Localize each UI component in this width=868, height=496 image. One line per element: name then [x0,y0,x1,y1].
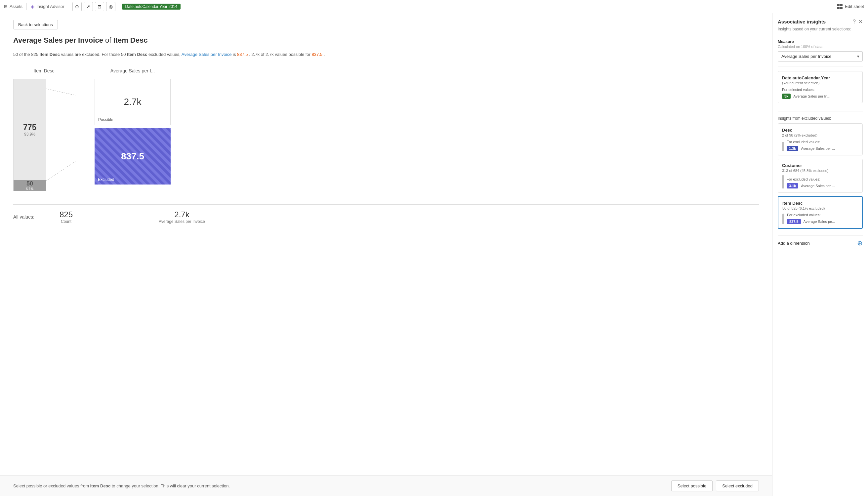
divider-2 [778,111,863,111]
bar-excluded: 50 6.1% [14,180,46,191]
insight-tab[interactable]: ◈ Insight Advisor [31,4,64,10]
desc-card-row: 1.3k Average Sales per ... [787,146,835,151]
assets-label: Assets [10,4,22,9]
excluded-section-label: Insights from excluded values: [778,116,863,121]
grid-icon [837,4,843,9]
desc-mid: values are excluded. For those 50 [61,52,126,57]
desc-prefix: 50 of the 825 [13,52,38,57]
bottom-desc: Select possible or excluded values from … [13,483,230,489]
selected-badge-text: Average Sales per In... [793,94,830,98]
toolbar-icons: ⊙ ⤢ ⊡ ◎ [73,2,115,11]
assets-icon: ⊞ [4,4,7,9]
topbar-divider [27,3,27,10]
all-values-count-sub: Count [61,219,72,224]
filter-chip-label: Date.autoCalendar.Year 2014 [125,4,177,9]
back-to-selections-button[interactable]: Back to selections [13,20,58,29]
selected-badge: 3k [782,94,791,99]
chart-section: Item Desc 775 93.9% 50 6.1% [13,68,759,191]
title-of: of [105,36,111,44]
mini-bar-itemdesc [782,214,784,224]
all-values-row: All values: 825 Count 2.7k Average Sales… [13,204,759,224]
itemdesc-for-excl-label: For excluded values: [787,213,835,217]
selected-for-label: For selected values: [782,88,858,92]
insight-card-itemdesc-sub: 50 of 825 (6.1% excluded) [782,206,858,210]
desc-end: . [324,52,325,57]
page-title: Average Sales per Invoice of Item Desc [13,36,759,45]
insight-card-itemdesc-title: Item Desc [782,201,858,206]
selected-card-title: Date.autoCalendar.Year [782,75,858,80]
insight-card-itemdesc: Item Desc 50 of 825 (6.1% excluded) For … [778,196,863,229]
desc-for-excl-label: For excluded values: [787,140,835,144]
mini-bar-customer [782,175,784,188]
main-layout: Back to selections Average Sales per Inv… [0,13,868,496]
customer-badge: 3.1k [787,183,798,188]
icon-lasso[interactable]: ⊙ [73,2,82,11]
select-excluded-button[interactable]: Select excluded [716,480,759,491]
selected-card-row: 3k Average Sales per In... [782,94,858,99]
panel-title: Associative insights [778,19,826,25]
desc-suffix: . 2.7k of 2.7k values possible for [249,52,310,57]
panel-subtitle: Insights based on your current selection… [778,27,863,31]
insight-card-customer: Customer 313 of 684 (45.8% excluded) For… [778,159,863,193]
select-possible-button[interactable]: Select possible [671,480,713,491]
insight-card-desc-title: Desc [782,128,858,133]
filter-chip[interactable]: Date.autoCalendar.Year 2014 [122,4,181,10]
svg-line-1 [46,161,75,181]
itemdesc-badge: 837.5 [787,219,801,224]
assets-tab[interactable]: ⊞ Assets [4,4,22,9]
right-charts: 2.7k Possible 837.5 Excluded [95,79,171,185]
mini-bar-desc [782,142,784,151]
bar-possible-pct: 93.9% [24,132,35,137]
left-bar-chart: 775 93.9% 50 6.1% [13,79,46,191]
panel-help-icon[interactable]: ? [853,19,856,25]
insight-label: Insight Advisor [36,4,64,9]
selected-values-card: Date.autoCalendar.Year (Your current sel… [778,71,863,103]
insight-card-customer-title: Customer [782,163,858,168]
customer-card-row: 3.1k Average Sales per ... [787,183,835,188]
connector-svg [46,79,75,191]
itemdesc-card-row: 837.5 Average Sales pe... [787,219,835,224]
desc-badge-text: Average Sales per ... [801,146,835,151]
divider-1 [778,66,863,66]
icon-crop[interactable]: ⊡ [95,2,104,11]
edit-sheet-button[interactable]: Edit sheet [837,4,864,9]
add-dimension-button[interactable]: Add a dimension ⊕ [778,235,863,250]
title-field: Item Desc [113,36,148,44]
all-values-avg-num: 2.7k [174,210,189,219]
possible-box: 2.7k Possible [95,79,171,125]
all-values-avg-sub: Average Sales per Invoice [159,219,205,224]
desc-is: is [233,52,236,57]
add-dimension-label: Add a dimension [778,241,810,246]
excluded-value: 837.5 [121,151,144,162]
bar-excluded-value: 50 [27,180,33,187]
excluded-label: Excluded [98,177,114,182]
left-chart-col: Item Desc 775 93.9% 50 6.1% [13,68,75,191]
bottom-actions: Select possible Select excluded [671,480,759,491]
icon-expand[interactable]: ⤢ [84,2,93,11]
desc-badge: 1.3k [787,146,798,151]
desc-excluded-text: excluded values, [149,52,181,57]
bottom-desc-text: Select possible or excluded values from [13,483,89,489]
measure-sublabel: Calculated on 100% of data [778,45,863,49]
bottom-desc2: to change your selection. This will clea… [112,483,230,489]
possible-value: 2.7k [124,96,141,107]
panel-header: Associative insights ? ✕ [778,18,863,25]
panel-close-button[interactable]: ✕ [858,18,863,25]
add-icon: ⊕ [857,239,863,247]
right-panel: Associative insights ? ✕ Insights based … [772,13,868,496]
left-chart-label: Item Desc [33,68,54,73]
content-area: Back to selections Average Sales per Inv… [0,13,772,496]
bottom-field: Item Desc [90,483,110,489]
edit-sheet-label: Edit sheet [845,4,864,9]
icon-target[interactable]: ◎ [106,2,115,11]
measure-select[interactable]: Average Sales per Invoice [778,51,863,62]
desc-field2: Item Desc [127,52,147,57]
bar-possible: 775 93.9% [14,79,46,180]
description: 50 of the 825 Item Desc values are exclu… [13,51,759,58]
all-values-count-num: 825 [60,210,73,219]
right-chart-label: Average Sales per I... [110,68,155,73]
title-measure: Average Sales per Invoice [13,36,103,44]
desc-link[interactable]: Average Sales per Invoice [182,52,232,57]
customer-badge-text: Average Sales per ... [801,184,835,188]
all-values-count: 825 Count [60,210,73,224]
